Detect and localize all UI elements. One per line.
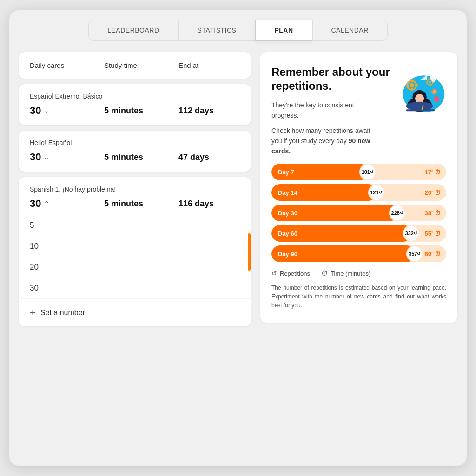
course-values-3: 30 ⌄ 5 minutes 116 days xyxy=(30,198,240,210)
tab-calendar[interactable]: CALENDAR xyxy=(312,20,388,41)
course-3-cards-num: 30 xyxy=(30,198,41,210)
svg-line-20 xyxy=(436,74,437,75)
legend-repetitions: ↺ Repetitions xyxy=(271,270,310,277)
column-headers: Daily cards Study time End at xyxy=(19,52,251,79)
bar-row-day60: Day 60 332 ↺ 55' ⏱ xyxy=(271,225,446,242)
bar-fill-day7: Day 7 101 ↺ xyxy=(271,164,368,180)
panel-title: Remember about your repetitions. xyxy=(271,65,397,93)
bar-row-day14: Day 14 121 ↺ 20' ⏱ xyxy=(271,184,446,201)
tab-plan[interactable]: PLAN xyxy=(255,20,312,41)
dropdown-item-5[interactable]: 5 xyxy=(19,215,251,236)
bar-time-day30: 38' ⏱ xyxy=(424,210,441,217)
scroll-indicator xyxy=(247,177,251,326)
svg-rect-3 xyxy=(411,79,413,82)
dropdown-item-20[interactable]: 20 xyxy=(19,257,251,278)
tab-leaderboard[interactable]: LEADERBOARD xyxy=(88,20,178,41)
clock-icon-day90: ⏱ xyxy=(435,251,441,258)
course-1-cards-num: 30 xyxy=(30,105,41,117)
dropdown-item-10[interactable]: 10 xyxy=(19,236,251,257)
left-panel: Daily cards Study time End at Español Ex… xyxy=(19,52,251,332)
course-1-study-time: 5 minutes xyxy=(104,106,178,116)
svg-point-17 xyxy=(430,74,437,82)
illustration: ↗ ♥ xyxy=(397,65,446,123)
svg-point-2 xyxy=(410,83,414,88)
svg-point-31 xyxy=(406,102,433,111)
course-2-end-at: 47 days xyxy=(178,152,240,162)
course-3-dropdown-arrow[interactable]: ⌄ xyxy=(44,200,49,207)
progress-bars: Day 7 101 ↺ 17' ⏱ Day 14 xyxy=(271,164,446,262)
set-a-number-row[interactable]: + Set a number xyxy=(19,299,251,326)
bar-count-day90: 357 ↺ xyxy=(406,245,423,262)
bar-count-day14: 121 ↺ xyxy=(368,184,385,201)
svg-text:↗: ↗ xyxy=(433,90,436,93)
svg-point-12 xyxy=(429,81,432,84)
svg-point-30 xyxy=(415,94,424,103)
plus-icon: + xyxy=(30,307,36,319)
bar-fill-day30: Day 30 228 ↺ xyxy=(271,205,397,221)
bar-count-day30: 228 ↺ xyxy=(389,205,406,221)
legend-time-label: Time (minutes) xyxy=(331,270,370,277)
course-1-daily-cards: 30 ⌄ xyxy=(30,105,104,117)
col-study-time: Study time xyxy=(104,61,178,69)
col-end-at: End at xyxy=(178,61,240,69)
set-a-number-label: Set a number xyxy=(40,309,85,317)
clock-icon-day14: ⏱ xyxy=(435,189,441,196)
course-name-3: Spanish 1. ¡No hay problema! xyxy=(30,185,240,193)
tab-bar: LEADERBOARD STATISTICS PLAN CALENDAR xyxy=(19,20,457,41)
course-2-cards-num: 30 xyxy=(30,151,41,163)
time-icon: ⏱ xyxy=(321,270,328,277)
legend-time: ⏱ Time (minutes) xyxy=(321,270,370,277)
bar-time-day90: 60' ⏱ xyxy=(424,251,441,258)
panel-desc-1: They're the key to consistent progress. xyxy=(271,100,374,120)
bar-time-day14: 20' ⏱ xyxy=(424,189,441,196)
bar-row-day90: Day 90 357 ↺ 60' ⏱ xyxy=(271,245,446,262)
bar-count-day7: 101 ↺ xyxy=(359,164,376,180)
svg-rect-14 xyxy=(430,84,431,86)
bar-fill-day14: Day 14 121 ↺ xyxy=(271,184,377,201)
svg-rect-4 xyxy=(411,88,413,91)
bar-label-day30: Day 30 xyxy=(278,210,298,217)
bar-label-day90: Day 90 xyxy=(278,251,298,258)
repetitions-icon: ↺ xyxy=(271,270,277,277)
bar-time-day60: 55' ⏱ xyxy=(424,230,441,237)
course-3-end-at: 116 days xyxy=(178,199,240,209)
bar-fill-day60: Day 60 332 ↺ xyxy=(271,225,411,242)
course-values-1: 30 ⌄ 5 minutes 112 days xyxy=(30,105,240,117)
bar-row-day30: Day 30 228 ↺ 38' ⏱ xyxy=(271,205,446,221)
clock-icon-day30: ⏱ xyxy=(435,210,441,217)
right-panel: Remember about your repetitions. They're… xyxy=(260,52,457,323)
bar-label-day14: Day 14 xyxy=(278,189,298,196)
tab-statistics[interactable]: STATISTICS xyxy=(178,20,256,41)
svg-rect-16 xyxy=(426,81,428,83)
bar-label-day60: Day 60 xyxy=(278,230,298,237)
footnote: The number of repetitions is estimated b… xyxy=(271,284,446,310)
course-card-2: Hello! Español 30 ⌄ 5 minutes 47 days xyxy=(19,131,251,172)
legend-repetitions-label: Repetitions xyxy=(280,270,310,277)
bar-row-day7: Day 7 101 ↺ 17' ⏱ xyxy=(271,164,446,180)
course-card-1: Español Extremo: Básico 30 ⌄ 5 minutes 1… xyxy=(19,84,251,125)
course-name-1: Español Extremo: Básico xyxy=(30,93,240,100)
legend: ↺ Repetitions ⏱ Time (minutes) xyxy=(271,270,446,277)
course-2-daily-cards: 30 ⌄ xyxy=(30,151,104,163)
dropdown-item-30[interactable]: 30 xyxy=(19,278,251,299)
bar-count-day60: 332 ↺ xyxy=(403,225,420,242)
main-layout: Daily cards Study time End at Español Ex… xyxy=(19,52,457,332)
svg-text:♥: ♥ xyxy=(435,98,437,101)
course-3-daily-cards: 30 ⌄ xyxy=(30,198,104,210)
course-1-end-at: 112 days xyxy=(178,106,240,116)
course-values-2: 30 ⌄ 5 minutes 47 days xyxy=(30,151,240,163)
col-daily-cards: Daily cards xyxy=(30,61,104,69)
svg-rect-32 xyxy=(406,109,435,111)
course-card-3: Spanish 1. ¡No hay problema! 30 ⌄ 5 minu… xyxy=(19,177,251,326)
course-2-study-time: 5 minutes xyxy=(104,152,178,162)
course-1-dropdown-arrow[interactable]: ⌄ xyxy=(44,107,49,114)
bar-time-day7: 17' ⏱ xyxy=(424,169,441,176)
svg-rect-18 xyxy=(432,81,435,83)
clock-icon-day60: ⏱ xyxy=(435,230,441,237)
course-2-dropdown-arrow[interactable]: ⌄ xyxy=(44,153,49,161)
app-container: LEADERBOARD STATISTICS PLAN CALENDAR Dai… xyxy=(9,10,467,466)
illustration-row: Remember about your repetitions. They're… xyxy=(271,65,446,156)
course-3-study-time: 5 minutes xyxy=(104,199,178,209)
panel-desc-2: Check how many repetitions await you if … xyxy=(271,126,374,156)
bar-fill-day90: Day 90 357 ↺ xyxy=(271,245,415,262)
